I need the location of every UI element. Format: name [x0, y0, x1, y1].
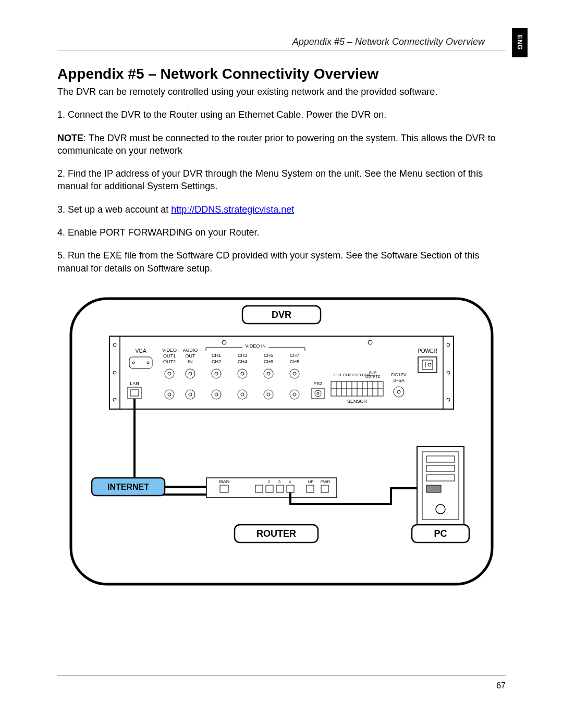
amp-label: 3~5A — [393, 378, 404, 383]
sensor-label: SENSOR — [347, 399, 368, 404]
audio-out-label: OUT — [186, 353, 196, 359]
ch4-label: CH4 — [238, 359, 247, 364]
outptz-label: OUTPTZ — [365, 375, 381, 378]
ch2-label: CH2 — [212, 359, 221, 364]
router-label-text: ROUTER — [256, 528, 296, 539]
vga-label: VGA — [135, 348, 146, 354]
diagram-svg: DVR VGA VIDEO OUT1 OUT2 AU — [68, 295, 495, 587]
audio-label: AUDIO — [183, 348, 198, 353]
page-header: Appendix #5 – Network Connectivity Overv… — [57, 36, 506, 51]
step-3-prefix: 3. Set up a web account at — [57, 204, 171, 215]
running-title: Appendix #5 – Network Connectivity Overv… — [57, 36, 506, 47]
step-1: 1. Connect the DVR to the Router using a… — [57, 108, 506, 121]
note-label: NOTE — [57, 133, 83, 143]
alm-label: ALM — [369, 371, 377, 374]
ch6-label: CH6 — [264, 359, 273, 364]
internet-label-text: INTERNET — [107, 483, 149, 491]
page: ENG Appendix #5 – Network Connectivity O… — [0, 0, 563, 728]
page-title: Appendix #5 – Network Connectivity Overv… — [57, 66, 506, 82]
ch5-label: CH5 — [264, 353, 273, 358]
video-label: VIDEO — [162, 348, 177, 353]
ch3-label: CH3 — [238, 353, 247, 358]
note: NOTE: The DVR must be connected to the r… — [57, 132, 506, 157]
out2-label: OUT2 — [163, 359, 176, 364]
step-4: 4. Enable PORT FORWARDING on your Router… — [57, 226, 506, 239]
pc-label-text: PC — [434, 528, 447, 539]
dvr-device: VGA VIDEO OUT1 OUT2 AUDIO OUT IN VIDEO I… — [109, 336, 454, 409]
language-tab: ENG — [512, 28, 528, 57]
svg-rect-78 — [426, 485, 441, 492]
connectivity-diagram: DVR VGA VIDEO OUT1 OUT2 AU — [57, 295, 506, 587]
router-device: WAN 2 3 4 UP PWR — [206, 478, 337, 498]
page-footer: 67 — [57, 675, 506, 690]
video-in-label: VIDEO IN — [245, 343, 266, 349]
page-number: 67 — [496, 681, 506, 690]
ps2-label: PS2 — [313, 381, 322, 386]
pc-device — [417, 447, 464, 535]
ch7-label: CH7 — [290, 353, 299, 358]
step-2: 2. Find the IP address of your DVR throu… — [57, 167, 506, 193]
audio-in-label: IN — [188, 359, 193, 364]
dvr-label-text: DVR — [272, 310, 291, 320]
power-label: POWER — [418, 348, 437, 354]
port2-label: 2 — [268, 479, 271, 484]
port3-label: 3 — [278, 479, 281, 484]
intro-text: The DVR can be remotely controlled using… — [57, 85, 506, 98]
wan-label: WAN — [219, 479, 230, 484]
dc12v-label: DC12V — [391, 372, 406, 377]
step-5: 5. Run the EXE file from the Software CD… — [57, 249, 506, 275]
internet-label-box: INTERNET — [92, 478, 165, 496]
lan-label: LAN — [130, 381, 139, 386]
ddns-link[interactable]: http://DDNS.strategicvista.net — [171, 204, 294, 215]
note-body: : The DVR must be connected to the route… — [57, 133, 496, 156]
pwr-label: PWR — [321, 479, 331, 484]
step-3: 3. Set up a web account at http://DDNS.s… — [57, 203, 506, 216]
port4-label: 4 — [289, 479, 291, 484]
out1-label: OUT1 — [163, 353, 176, 359]
up-label: UP — [308, 479, 313, 484]
ch8-label: CH8 — [290, 359, 299, 364]
ch1-label: CH1 — [212, 353, 221, 358]
